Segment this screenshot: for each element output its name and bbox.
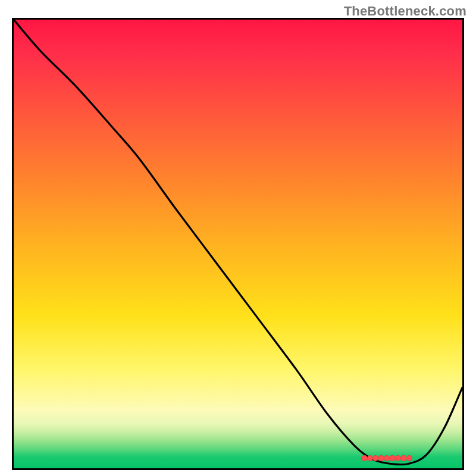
bottleneck-curve: [14, 20, 462, 468]
chart-area: [12, 18, 464, 470]
watermark-text: TheBottleneck.com: [344, 4, 466, 19]
